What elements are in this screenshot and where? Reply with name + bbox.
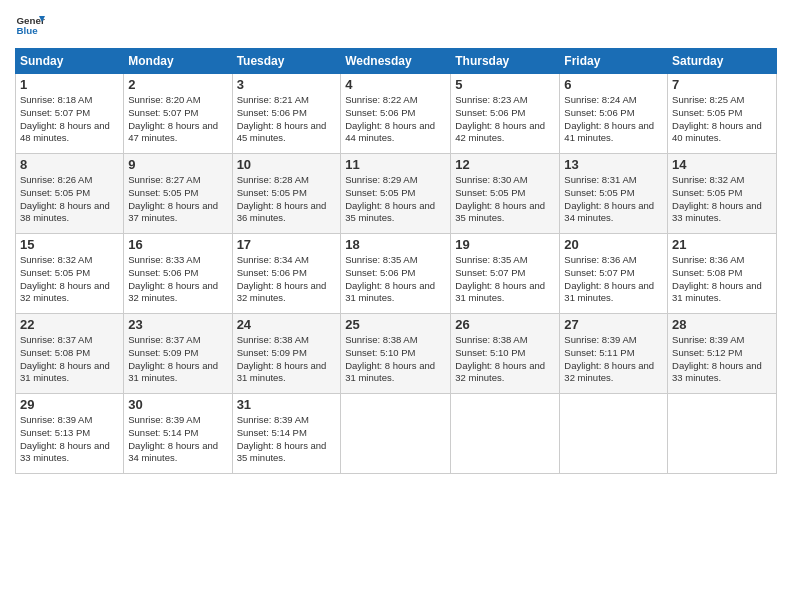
logo-icon: General Blue — [15, 10, 45, 40]
day-info: Sunrise: 8:38 AMSunset: 5:10 PMDaylight:… — [345, 334, 446, 385]
day-number: 13 — [564, 157, 663, 172]
day-info: Sunrise: 8:36 AMSunset: 5:07 PMDaylight:… — [564, 254, 663, 305]
day-number: 6 — [564, 77, 663, 92]
day-number: 1 — [20, 77, 119, 92]
calendar-day-cell: 6 Sunrise: 8:24 AMSunset: 5:06 PMDayligh… — [560, 74, 668, 154]
day-header-saturday: Saturday — [668, 49, 777, 74]
day-info: Sunrise: 8:38 AMSunset: 5:10 PMDaylight:… — [455, 334, 555, 385]
day-info: Sunrise: 8:23 AMSunset: 5:06 PMDaylight:… — [455, 94, 555, 145]
calendar-day-cell: 14 Sunrise: 8:32 AMSunset: 5:05 PMDaylig… — [668, 154, 777, 234]
day-number: 26 — [455, 317, 555, 332]
day-info: Sunrise: 8:26 AMSunset: 5:05 PMDaylight:… — [20, 174, 119, 225]
day-number: 25 — [345, 317, 446, 332]
calendar-day-cell: 2 Sunrise: 8:20 AMSunset: 5:07 PMDayligh… — [124, 74, 232, 154]
day-number: 14 — [672, 157, 772, 172]
day-info: Sunrise: 8:32 AMSunset: 5:05 PMDaylight:… — [20, 254, 119, 305]
calendar-day-cell: 21 Sunrise: 8:36 AMSunset: 5:08 PMDaylig… — [668, 234, 777, 314]
day-info: Sunrise: 8:34 AMSunset: 5:06 PMDaylight:… — [237, 254, 337, 305]
calendar-week-row: 1 Sunrise: 8:18 AMSunset: 5:07 PMDayligh… — [16, 74, 777, 154]
day-number: 12 — [455, 157, 555, 172]
page-header: General Blue — [15, 10, 777, 40]
calendar-day-cell: 25 Sunrise: 8:38 AMSunset: 5:10 PMDaylig… — [341, 314, 451, 394]
logo: General Blue — [15, 10, 45, 40]
day-info: Sunrise: 8:39 AMSunset: 5:11 PMDaylight:… — [564, 334, 663, 385]
day-info: Sunrise: 8:27 AMSunset: 5:05 PMDaylight:… — [128, 174, 227, 225]
day-number: 5 — [455, 77, 555, 92]
day-info: Sunrise: 8:28 AMSunset: 5:05 PMDaylight:… — [237, 174, 337, 225]
calendar-day-cell: 13 Sunrise: 8:31 AMSunset: 5:05 PMDaylig… — [560, 154, 668, 234]
day-number: 11 — [345, 157, 446, 172]
day-info: Sunrise: 8:20 AMSunset: 5:07 PMDaylight:… — [128, 94, 227, 145]
calendar-empty-cell — [668, 394, 777, 474]
day-number: 29 — [20, 397, 119, 412]
calendar-week-row: 22 Sunrise: 8:37 AMSunset: 5:08 PMDaylig… — [16, 314, 777, 394]
day-info: Sunrise: 8:37 AMSunset: 5:09 PMDaylight:… — [128, 334, 227, 385]
day-number: 24 — [237, 317, 337, 332]
day-info: Sunrise: 8:35 AMSunset: 5:06 PMDaylight:… — [345, 254, 446, 305]
day-info: Sunrise: 8:31 AMSunset: 5:05 PMDaylight:… — [564, 174, 663, 225]
day-number: 17 — [237, 237, 337, 252]
day-number: 30 — [128, 397, 227, 412]
calendar-day-cell: 7 Sunrise: 8:25 AMSunset: 5:05 PMDayligh… — [668, 74, 777, 154]
day-number: 22 — [20, 317, 119, 332]
calendar-day-cell: 9 Sunrise: 8:27 AMSunset: 5:05 PMDayligh… — [124, 154, 232, 234]
calendar-empty-cell — [451, 394, 560, 474]
calendar-day-cell: 3 Sunrise: 8:21 AMSunset: 5:06 PMDayligh… — [232, 74, 341, 154]
day-number: 31 — [237, 397, 337, 412]
calendar-day-cell: 16 Sunrise: 8:33 AMSunset: 5:06 PMDaylig… — [124, 234, 232, 314]
page-container: General Blue SundayMondayTuesdayWednesda… — [0, 0, 792, 484]
calendar-empty-cell — [560, 394, 668, 474]
calendar-day-cell: 24 Sunrise: 8:38 AMSunset: 5:09 PMDaylig… — [232, 314, 341, 394]
day-info: Sunrise: 8:36 AMSunset: 5:08 PMDaylight:… — [672, 254, 772, 305]
day-info: Sunrise: 8:35 AMSunset: 5:07 PMDaylight:… — [455, 254, 555, 305]
day-info: Sunrise: 8:39 AMSunset: 5:14 PMDaylight:… — [128, 414, 227, 465]
day-info: Sunrise: 8:33 AMSunset: 5:06 PMDaylight:… — [128, 254, 227, 305]
calendar-day-cell: 18 Sunrise: 8:35 AMSunset: 5:06 PMDaylig… — [341, 234, 451, 314]
day-number: 23 — [128, 317, 227, 332]
day-header-monday: Monday — [124, 49, 232, 74]
calendar-day-cell: 19 Sunrise: 8:35 AMSunset: 5:07 PMDaylig… — [451, 234, 560, 314]
day-number: 15 — [20, 237, 119, 252]
calendar-day-cell: 5 Sunrise: 8:23 AMSunset: 5:06 PMDayligh… — [451, 74, 560, 154]
calendar-day-cell: 28 Sunrise: 8:39 AMSunset: 5:12 PMDaylig… — [668, 314, 777, 394]
calendar-day-cell: 10 Sunrise: 8:28 AMSunset: 5:05 PMDaylig… — [232, 154, 341, 234]
day-number: 19 — [455, 237, 555, 252]
day-number: 8 — [20, 157, 119, 172]
calendar-day-cell: 29 Sunrise: 8:39 AMSunset: 5:13 PMDaylig… — [16, 394, 124, 474]
day-header-thursday: Thursday — [451, 49, 560, 74]
calendar-day-cell: 20 Sunrise: 8:36 AMSunset: 5:07 PMDaylig… — [560, 234, 668, 314]
day-number: 4 — [345, 77, 446, 92]
calendar-day-cell: 27 Sunrise: 8:39 AMSunset: 5:11 PMDaylig… — [560, 314, 668, 394]
day-info: Sunrise: 8:38 AMSunset: 5:09 PMDaylight:… — [237, 334, 337, 385]
calendar-day-cell: 30 Sunrise: 8:39 AMSunset: 5:14 PMDaylig… — [124, 394, 232, 474]
day-number: 2 — [128, 77, 227, 92]
calendar-week-row: 29 Sunrise: 8:39 AMSunset: 5:13 PMDaylig… — [16, 394, 777, 474]
calendar-day-cell: 22 Sunrise: 8:37 AMSunset: 5:08 PMDaylig… — [16, 314, 124, 394]
day-header-tuesday: Tuesday — [232, 49, 341, 74]
day-header-sunday: Sunday — [16, 49, 124, 74]
calendar-empty-cell — [341, 394, 451, 474]
day-info: Sunrise: 8:30 AMSunset: 5:05 PMDaylight:… — [455, 174, 555, 225]
calendar-day-cell: 31 Sunrise: 8:39 AMSunset: 5:14 PMDaylig… — [232, 394, 341, 474]
day-number: 28 — [672, 317, 772, 332]
day-info: Sunrise: 8:39 AMSunset: 5:14 PMDaylight:… — [237, 414, 337, 465]
day-info: Sunrise: 8:39 AMSunset: 5:13 PMDaylight:… — [20, 414, 119, 465]
day-info: Sunrise: 8:21 AMSunset: 5:06 PMDaylight:… — [237, 94, 337, 145]
calendar-day-cell: 26 Sunrise: 8:38 AMSunset: 5:10 PMDaylig… — [451, 314, 560, 394]
day-number: 10 — [237, 157, 337, 172]
calendar-week-row: 15 Sunrise: 8:32 AMSunset: 5:05 PMDaylig… — [16, 234, 777, 314]
day-number: 27 — [564, 317, 663, 332]
day-number: 9 — [128, 157, 227, 172]
day-info: Sunrise: 8:25 AMSunset: 5:05 PMDaylight:… — [672, 94, 772, 145]
calendar-day-cell: 15 Sunrise: 8:32 AMSunset: 5:05 PMDaylig… — [16, 234, 124, 314]
calendar-day-cell: 11 Sunrise: 8:29 AMSunset: 5:05 PMDaylig… — [341, 154, 451, 234]
day-number: 20 — [564, 237, 663, 252]
day-number: 16 — [128, 237, 227, 252]
calendar-week-row: 8 Sunrise: 8:26 AMSunset: 5:05 PMDayligh… — [16, 154, 777, 234]
day-info: Sunrise: 8:22 AMSunset: 5:06 PMDaylight:… — [345, 94, 446, 145]
calendar-day-cell: 23 Sunrise: 8:37 AMSunset: 5:09 PMDaylig… — [124, 314, 232, 394]
calendar-day-cell: 1 Sunrise: 8:18 AMSunset: 5:07 PMDayligh… — [16, 74, 124, 154]
day-info: Sunrise: 8:18 AMSunset: 5:07 PMDaylight:… — [20, 94, 119, 145]
calendar-day-cell: 12 Sunrise: 8:30 AMSunset: 5:05 PMDaylig… — [451, 154, 560, 234]
day-info: Sunrise: 8:29 AMSunset: 5:05 PMDaylight:… — [345, 174, 446, 225]
